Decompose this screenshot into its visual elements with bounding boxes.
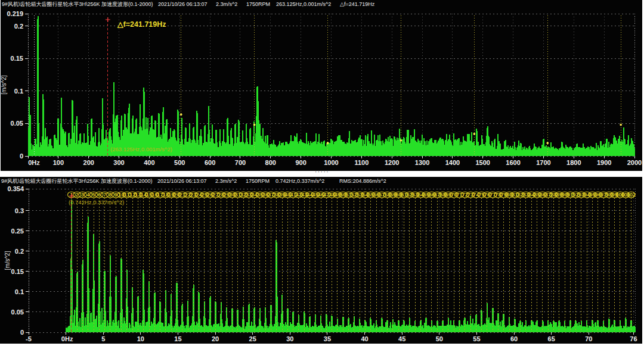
y-tick-label: 0.2 <box>14 23 23 30</box>
spectrum-trace <box>66 200 635 332</box>
x-tick-label: 20 <box>212 335 219 342</box>
x-tick-label: 30 <box>286 335 293 342</box>
harmonic-number: 102 <box>627 192 636 198</box>
x-tick-label: 45 <box>398 335 405 342</box>
harmonic-cursors: 1234567891011121314151617181920212223242… <box>67 192 636 332</box>
x-tick-label: 70 <box>585 335 592 342</box>
y-axis-unit-label: [m/s^2] <box>1 75 7 94</box>
y-tick-label: 0.219 <box>7 10 23 17</box>
x-tick-label: 35 <box>324 335 331 342</box>
x-tick-label: 300 <box>113 159 124 166</box>
x-tick-label: 25 <box>249 335 256 342</box>
x-tick-label: 2000 <box>627 159 642 166</box>
cursor-readout-annotation: (263.125Hz,0.001m/s^2) <box>110 146 172 152</box>
y-tick-label: 0 <box>20 329 24 336</box>
cursor-cross-icon <box>106 17 110 22</box>
harmonic-number: 7 <box>103 192 106 198</box>
y-tick-label: 0.1 <box>15 288 24 295</box>
delta-f-label: △f=241.719Hz <box>340 1 374 8</box>
harmonic-number: 6 <box>98 192 101 198</box>
harmonic-number: 9 <box>114 192 117 198</box>
sideband-dot <box>400 139 402 142</box>
annotations: (0.742Hz,0.337m/s^2) <box>69 199 124 205</box>
y-tick-label: 0.3 <box>15 207 24 214</box>
cursor-readout-annotation: (0.742Hz,0.337m/s^2) <box>69 199 124 205</box>
x-tick-label: 200 <box>83 159 94 166</box>
splitter-grip-icon: ····· <box>315 169 329 175</box>
timestamp-label: 2021/10/26 06:13:07 <box>158 1 208 8</box>
harmonic-number: 3 <box>81 192 84 198</box>
harmonic-number: 4 <box>86 192 89 198</box>
y-tick-label: 0.25 <box>11 227 24 235</box>
cursor-readout-label: 263.125Hz,0.001m/s^2 <box>276 1 331 8</box>
sideband-dot <box>180 113 182 116</box>
x-tick-label: 15 <box>174 335 181 342</box>
spectrum-panel-bottom: 00.050.10.150.20.250.30.354[m/s^2]-50Hz5… <box>0 177 642 344</box>
panel-splitter[interactable]: ····· <box>0 171 644 177</box>
overall-amplitude-label: 2.3m/s^2 <box>215 177 237 185</box>
y-tick-label: 0.05 <box>11 120 23 127</box>
x-tick-label: 700 <box>235 159 246 166</box>
delta-f-annotation: △f=241.719Hz <box>117 20 166 29</box>
y-tick-label: 0.15 <box>11 268 24 275</box>
y-axis: 00.050.10.150.20.250.30.354[m/s^2] <box>4 185 29 336</box>
x-tick-label: -5 <box>26 335 32 342</box>
harmonic-number: 10 <box>119 192 125 198</box>
x-tick-label: 1100 <box>354 159 369 166</box>
x-tick-label: 1000 <box>324 159 338 166</box>
y-tick-label: 0 <box>20 152 23 160</box>
x-tick-label: 50 <box>436 335 443 342</box>
x-tick-label: 0Hz <box>28 159 40 166</box>
y-tick-label: 0.2 <box>15 248 24 255</box>
sideband-dot <box>253 124 256 126</box>
x-axis: 0Hz1002003004005006007008009001000110012… <box>28 156 642 166</box>
spectrum-chart-top[interactable]: 00.050.10.150.20.219[m/s^2]0Hz1002003004… <box>1 0 642 171</box>
harmonic-number: 8 <box>109 192 112 198</box>
channel-path-label: 9#风机\齿轮箱大齿圈行星轮水平3H\256K 加速度波形(0.1-2000) <box>2 1 153 8</box>
x-tick-label: 5 <box>101 335 105 342</box>
spectrum-panel-top: 00.050.10.150.20.219[m/s^2]0Hz1002003004… <box>1 0 642 171</box>
x-tick-label: 65 <box>548 335 555 342</box>
overall-amplitude-label: 2.3m/s^2 <box>216 1 237 8</box>
x-tick-label: 1500 <box>476 159 490 166</box>
speed-label: 1750RPM <box>246 177 270 185</box>
x-tick-label: 40 <box>361 335 368 342</box>
panel-bottom-header: 9#风机\齿轮箱大齿圈行星轮水平3H\256K 加速度波形(0.1-2000) … <box>0 177 642 185</box>
x-tick-label: 10 <box>137 335 144 342</box>
x-tick-label: 900 <box>295 159 306 166</box>
panel-top-header: 9#风机\齿轮箱大齿圈行星轮水平3H\256K 加速度波形(0.1-2000) … <box>1 0 642 8</box>
sideband-dot <box>620 124 622 126</box>
x-tick-label: 1800 <box>566 159 581 166</box>
timestamp-label: 2021/10/26 06:13:07 <box>157 177 207 185</box>
x-tick-label: 500 <box>174 159 185 166</box>
x-tick-label: 1300 <box>415 159 429 166</box>
x-tick-label: 1400 <box>445 159 460 166</box>
x-tick-label: 0Hz <box>61 335 73 342</box>
speed-label: 1750RPM <box>246 1 270 8</box>
x-tick-label: 1200 <box>385 159 399 166</box>
spectrum-chart-bottom[interactable]: 00.050.10.150.20.250.30.354[m/s^2]-50Hz5… <box>0 177 642 344</box>
x-axis: -50Hz51015202530354045505560657076 <box>26 332 637 342</box>
cursor-readout-label: 0.742Hz,0.337m/s^2 <box>275 177 324 185</box>
grid <box>28 14 634 156</box>
sideband-dot <box>546 142 549 144</box>
x-tick-label: 400 <box>144 159 154 166</box>
y-tick-label: 0.354 <box>7 185 24 192</box>
x-tick-label: 55 <box>473 335 480 342</box>
harmonic-number: 5 <box>92 192 95 198</box>
x-tick-label: 1900 <box>597 159 611 166</box>
rms-label: RMS:204.886m/s^2 <box>339 177 386 185</box>
sideband-dot <box>473 133 476 135</box>
y-tick-label: 0.05 <box>11 308 24 316</box>
y-tick-label: 0.1 <box>14 88 23 95</box>
vibration-analysis-app: 00.050.10.150.20.219[m/s^2]0Hz1002003004… <box>0 0 644 346</box>
x-tick-label: 100 <box>53 159 64 166</box>
x-tick-label: 1700 <box>536 159 550 166</box>
x-tick-label: 60 <box>510 335 518 342</box>
x-tick-label: 1600 <box>506 159 520 166</box>
sideband-cursors <box>35 15 622 156</box>
channel-path-label: 9#风机\齿轮箱大齿圈行星轮水平3H\256K 加速度波形(0.1-2000) <box>1 177 153 185</box>
harmonic-number: 2 <box>76 192 79 198</box>
spectrum-trace <box>29 16 634 156</box>
y-tick-label: 0.15 <box>11 55 23 62</box>
